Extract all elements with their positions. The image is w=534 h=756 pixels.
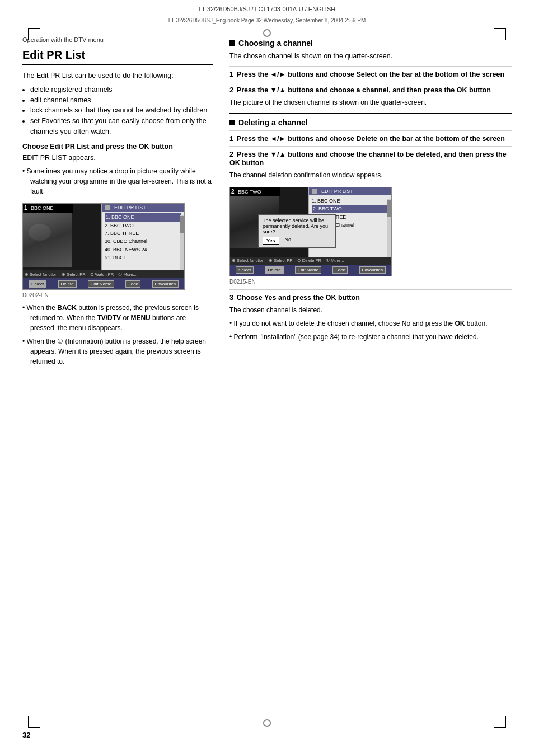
pr-list-item: 2. BBC TWO <box>105 222 181 229</box>
corner-mark-br <box>494 716 506 728</box>
list-item: set Favorites so that you can easily cho… <box>30 116 213 137</box>
choosing-subtitle: The chosen channel is shown on the quart… <box>229 51 512 62</box>
icon-text-3: ⊙ Watch PR <box>90 272 114 277</box>
bar-btn-delete-1[interactable]: Delete <box>58 280 77 288</box>
choosing-heading: Choosing a channel <box>229 39 512 48</box>
divider <box>229 82 512 82</box>
black-square-icon <box>229 40 235 46</box>
channel-num-1: 1 <box>24 205 27 211</box>
page-header: LT-32/26D50BJ/SJ / LCT1703-001A-U / ENGL… <box>0 0 534 15</box>
thumbnail-1 <box>23 213 72 267</box>
icon-text-6: ⊕ Select PR <box>269 258 292 263</box>
list-item: edit channel names <box>30 95 213 106</box>
list-item: lock channels so that they cannot be wat… <box>30 105 213 116</box>
pr-list-item: 7. BBC THREE <box>105 229 181 237</box>
scrollbar-thumb-1 <box>180 216 184 233</box>
pr-list-item: 2. BBC TWO <box>312 205 388 213</box>
confirm-yes-button[interactable]: Yes <box>263 237 279 245</box>
bar-btn-select-1[interactable]: Select <box>29 280 46 288</box>
content-area: Operation with the DTV menu Edit PR List… <box>0 26 534 387</box>
bar-btn-fav-1[interactable]: Favourites <box>152 280 179 288</box>
confirm-text: The selected service will be permanently… <box>263 218 332 234</box>
step-1-deleting: 1 Press the ◄/► buttons and choose Delet… <box>229 134 512 143</box>
icon-text-8: ① More... <box>326 258 344 263</box>
header-title: LT-32/26D50BJ/SJ / LCT1703-001A-U / ENGL… <box>199 6 335 12</box>
feature-list: delete registered channels edit channel … <box>30 84 213 137</box>
tv-screen-1: 1 BBC ONE EDIT PR LIST 1. BBC ONE 2. BBC… <box>22 203 185 290</box>
bar-btn-fav-2[interactable]: Favourites <box>359 266 386 274</box>
bar-btn-lock-2[interactable]: Lock <box>332 266 348 274</box>
section-label: Operation with the DTV menu <box>22 36 213 43</box>
channel-name-2: BBC TWO <box>230 187 280 196</box>
corner-mark-tl <box>28 28 40 40</box>
corner-mark-tr <box>494 28 506 40</box>
diagram-label-1: D0202-EN <box>22 292 213 298</box>
intro-text: The Edit PR List can be used to do the f… <box>22 71 213 81</box>
divider <box>229 66 512 67</box>
center-mark-bottom <box>263 719 271 727</box>
pr-list-header-1: EDIT PR LIST <box>102 204 184 212</box>
channel-num-2: 2 <box>231 189 235 195</box>
divider <box>229 289 512 290</box>
info-note: • When the ① (Information) button is pre… <box>22 336 213 367</box>
back-note: • When the BACK button is pressed, the p… <box>22 303 213 333</box>
choose-heading: Choose Edit PR List and press the OK but… <box>22 143 213 151</box>
channel-name-1: BBC ONE <box>23 204 73 213</box>
reinstall-note: • Perform "Installation" (see page 34) t… <box>229 332 512 342</box>
page-number: 32 <box>22 731 30 739</box>
no-delete-note: • If you do not want to delete the chose… <box>229 318 512 328</box>
page-title: Edit PR List <box>22 49 213 65</box>
page: LT-32/26D50BJ/SJ / LCT1703-001A-U / ENGL… <box>0 0 534 756</box>
deleting-heading: Deleting a channel <box>229 118 512 127</box>
step-3-deleting-body: The chosen channel is deleted. <box>229 305 512 315</box>
right-column: Choosing a channel The chosen channel is… <box>229 36 512 370</box>
bar-btn-select-2[interactable]: Select <box>236 266 254 274</box>
left-column: Operation with the DTV menu Edit PR List… <box>22 36 213 370</box>
scrollbar-thumb-2 <box>387 200 391 217</box>
diagram-label-2: D0215-EN <box>229 279 512 285</box>
step-1-choosing: 1 Press the ◄/► buttons and choose Selec… <box>229 70 512 78</box>
black-square-icon-2 <box>229 120 235 125</box>
sub-header-text: LT-32&26D50BSJ_Eng.book Page 32 Wednesda… <box>168 17 366 24</box>
bar-btn-lock-1[interactable]: Lock <box>125 280 140 288</box>
step-3-deleting: 3 Choose Yes and press the OK button <box>229 293 512 302</box>
corner-mark-bl <box>28 716 40 728</box>
divider <box>229 130 512 131</box>
step-2-deleting-body: The channel deletion confirmation window… <box>229 170 512 180</box>
tv-bottom-bar-1: Select Delete Edit Name Lock Favourites <box>23 278 184 289</box>
bar-btn-editname-1[interactable]: Edit Name <box>88 280 114 288</box>
icon-text-5: ⊕ Select function <box>232 258 264 263</box>
section-divider <box>229 113 512 114</box>
confirm-no-label: No <box>285 237 292 245</box>
pr-list-item: 1. BBC ONE <box>105 213 181 221</box>
pr-list-item: 1. BBC ONE <box>312 197 388 205</box>
tv-icons-bar-2: ⊕ Select function ⊕ Select PR ⊙ Delete P… <box>230 257 391 265</box>
tv-icons-bar-1: ⊕ Select function ⊕ Select PR ⊙ Watch PR… <box>23 270 184 278</box>
sometimes-note: • Sometimes you may notice a drop in pic… <box>22 166 213 196</box>
bar-btn-delete-2[interactable]: Delete <box>265 266 284 274</box>
confirm-buttons: Yes No <box>263 237 332 245</box>
pr-list-item: 30. CBBC Channel <box>105 237 181 245</box>
pr-list-items-1: 1. BBC ONE 2. BBC TWO 7. BBC THREE 30. C… <box>102 212 184 263</box>
icon-text-2: ⊕ Select PR <box>62 272 85 277</box>
edit-pr-appears: EDIT PR LIST appears. <box>22 153 213 163</box>
sub-header: LT-32&26D50BSJ_Eng.book Page 32 Wednesda… <box>0 15 534 26</box>
center-mark-top <box>263 29 271 37</box>
divider <box>229 146 512 147</box>
list-item: delete registered channels <box>30 84 213 95</box>
pr-list-item: 51. BBCI <box>105 253 181 261</box>
step-2-choosing-body: The picture of the chosen channel is sho… <box>229 97 512 107</box>
tv-bottom-bar-2: Select Delete Edit Name Lock Favourites <box>230 265 391 276</box>
step-2-deleting: 2 Press the ▼/▲ buttons and choose the c… <box>229 150 512 167</box>
bar-btn-editname-2[interactable]: Edit Name <box>295 266 321 274</box>
pr-list-header-2: EDIT PR LIST <box>309 187 391 195</box>
icon-text-7: ⊙ Delete PR <box>297 258 321 263</box>
icon-text-4: ① More... <box>118 272 136 277</box>
pr-list-item: 40. BBC NEWS 24 <box>105 246 181 253</box>
tv-screen-2: 2 BBC TWO The selected service will be p… <box>229 187 392 276</box>
icon-text-1: ⊕ Select function <box>25 272 57 277</box>
step-2-choosing: 2 Press the ▼/▲ buttons and choose a cha… <box>229 86 512 94</box>
confirm-dialog: The selected service will be permanently… <box>258 214 336 248</box>
